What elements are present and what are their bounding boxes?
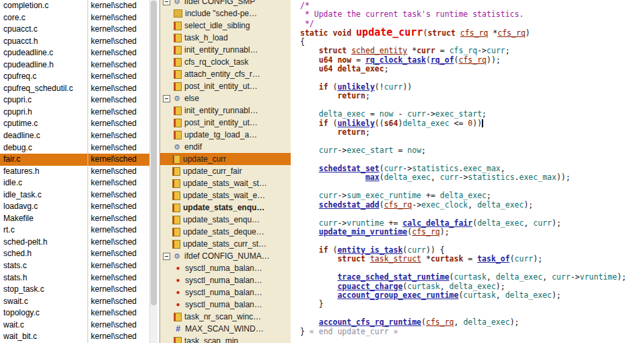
symbol-row[interactable]: ●sysctl_numa_balan…	[160, 274, 291, 286]
symbol-row[interactable]: init_entity_runnabl…	[160, 104, 291, 117]
symbol-row[interactable]: #MAX_SCAN_WIND…	[160, 323, 291, 335]
file-row[interactable]: cputime.ckernel\sched	[0, 118, 149, 130]
symbol-row[interactable]: task_h_load	[160, 32, 291, 44]
symbol-row[interactable]: update_curr	[160, 153, 291, 165]
code-line[interactable]: * Update the current task's runtime stat…	[300, 10, 644, 19]
scrollbar-thumb[interactable]	[151, 1, 157, 305]
code-line[interactable]: cpuacct_charge(curtask, delta_exec);	[300, 282, 644, 291]
symbol-row[interactable]: select_idle_sibling	[160, 20, 291, 32]
collapse-icon[interactable]	[163, 95, 170, 102]
file-row[interactable]: core.ckernel\sched	[0, 12, 149, 24]
symbol-row[interactable]: init_entity_runnabl…	[160, 44, 291, 56]
symbol-row[interactable]: ⚙else	[160, 92, 291, 104]
code-line[interactable]: struct task_struct *curtask = task_of(cu…	[300, 255, 644, 263]
code-line[interactable]: curr->vruntime += calc_delta_fair(delta_…	[300, 219, 644, 228]
code-line[interactable]: max(delta_exec, curr->statistics.exec_ma…	[300, 173, 644, 182]
file-row[interactable]: cpudeadline.ckernel\sched	[0, 47, 149, 59]
code-line[interactable]	[300, 309, 644, 318]
file-row[interactable]: stats.hkernel\sched	[0, 272, 149, 284]
symbol-row[interactable]: update_stats_wait_st…	[160, 177, 291, 189]
code-line[interactable]: }	[300, 300, 644, 309]
code-line[interactable]: curr->exec_start = now;	[300, 146, 644, 155]
code-line[interactable]	[300, 74, 644, 83]
file-row[interactable]: wait.ckernel\sched	[0, 319, 149, 332]
file-row[interactable]: stop_task.ckernel\sched	[0, 284, 149, 296]
file-row[interactable]: cpuacct.ckernel\sched	[0, 24, 149, 36]
file-row[interactable]: cpufreq_schedutil.ckernel\sched	[0, 83, 149, 95]
symbol-row[interactable]: update_tg_load_a…	[160, 129, 291, 141]
file-row[interactable]: loadavg.ckernel\sched	[0, 201, 149, 213]
symbol-row[interactable]: task_nr_scan_winc…	[160, 311, 291, 323]
collapse-icon[interactable]	[163, 0, 170, 5]
code-line[interactable]: {	[300, 38, 644, 46]
file-row[interactable]: topology.ckernel\sched	[0, 307, 149, 319]
file-row[interactable]: Makefilekernel\sched	[0, 213, 149, 225]
symbol-row[interactable]: ●sysctl_numa_balan…	[160, 299, 291, 311]
file-row[interactable]: deadline.ckernel\sched	[0, 130, 149, 142]
code-line[interactable]	[300, 210, 644, 218]
file-row[interactable]: wait_bit.ckernel\sched	[0, 331, 149, 343]
code-line[interactable]: } « end update_curr »	[300, 328, 644, 336]
file-row[interactable]: sched.hkernel\sched	[0, 248, 149, 260]
symbol-row[interactable]: update_stats_enqu…	[160, 214, 291, 226]
code-line[interactable]: struct sched_entity *curr = cfs_rq->curr…	[300, 46, 644, 55]
file-row[interactable]: cpudeadline.hkernel\sched	[0, 59, 149, 71]
symbol-row[interactable]: post_init_entity_ut…	[160, 117, 291, 129]
file-row[interactable]: idle.ckernel\sched	[0, 177, 149, 189]
code-line[interactable]: delta_exec = now - curr->exec_start;	[300, 110, 644, 119]
symbol-row[interactable]: post_init_entity_ut…	[160, 80, 291, 92]
collapse-icon[interactable]	[163, 253, 170, 260]
code-line[interactable]	[300, 183, 644, 191]
code-editor[interactable]: /* * Update the current task's runtime s…	[291, 0, 644, 343]
code-line[interactable]: */	[300, 20, 644, 28]
file-row[interactable]: debug.ckernel\sched	[0, 142, 149, 154]
code-line[interactable]: static void update_curr(struct cfs_rq *c…	[300, 28, 644, 37]
code-line[interactable]	[300, 155, 644, 164]
code-line[interactable]: schedstat_set(curr->statistics.exec_max,	[300, 164, 644, 173]
file-row[interactable]: cpupri.ckernel\sched	[0, 94, 149, 106]
file-list-scrollbar[interactable]	[149, 0, 157, 343]
file-row[interactable]: rt.ckernel\sched	[0, 224, 149, 237]
symbol-row[interactable]: ⚙endif	[160, 141, 291, 153]
file-row[interactable]: idle_task.ckernel\sched	[0, 189, 149, 201]
file-row[interactable]: completion.ckernel\sched	[0, 0, 149, 12]
code-line[interactable]: curr->sum_exec_runtime += delta_exec;	[300, 191, 644, 200]
symbol-row[interactable]: update_curr_fair	[160, 165, 291, 177]
symbol-row[interactable]: attach_entity_cfs_r…	[160, 68, 291, 80]
symbol-row[interactable]: ⚙ifdef CONFIG_NUMA…	[160, 250, 291, 262]
file-row[interactable]: swait.ckernel\sched	[0, 296, 149, 308]
file-row[interactable]: cpupri.hkernel\sched	[0, 106, 149, 119]
code-line[interactable]: account_group_exec_runtime(curtask, delt…	[300, 291, 644, 300]
code-line[interactable]	[300, 237, 644, 245]
code-line[interactable]: u64 now = rq_clock_task(rq_of(cfs_rq));	[300, 56, 644, 65]
code-line[interactable]	[300, 264, 644, 273]
code-line[interactable]: return;	[300, 92, 644, 100]
file-row[interactable]: sched-pelt.hkernel\sched	[0, 237, 149, 249]
symbol-row[interactable]: ●sysctl_numa_balan…	[160, 286, 291, 299]
code-line[interactable]	[300, 101, 644, 110]
file-row[interactable]: cpufreq.ckernel\sched	[0, 71, 149, 83]
symbol-row[interactable]: update_stats_deque…	[160, 226, 291, 238]
file-row[interactable]: fair.ckernel\sched	[0, 154, 149, 166]
code-line[interactable]: schedstat_add(cfs_rq->exec_clock, delta_…	[300, 201, 644, 210]
code-line[interactable]: return;	[300, 128, 644, 137]
symbol-row[interactable]: update_stats_wait_e…	[160, 189, 291, 201]
symbol-row[interactable]: cfs_rq_clock_task	[160, 56, 291, 68]
code-line[interactable]: if (entity_is_task(curr)) {	[300, 246, 644, 255]
code-line[interactable]: if (unlikely(!curr))	[300, 83, 644, 92]
file-row[interactable]: features.hkernel\sched	[0, 166, 149, 178]
symbol-row[interactable]: ●sysctl_numa_balan…	[160, 262, 291, 274]
code-line[interactable]: /*	[300, 1, 644, 10]
symbol-row[interactable]: update_stats_curr_st…	[160, 238, 291, 250]
symbol-row[interactable]: ⚙ifdef CONFIG_SMP	[160, 0, 291, 7]
symbol-row[interactable]: task_scan_min	[160, 335, 291, 343]
symbol-row[interactable]: update_stats_enqu…	[160, 201, 291, 214]
file-row[interactable]: cpuacct.hkernel\sched	[0, 36, 149, 48]
code-line[interactable]: trace_sched_stat_runtime(curtask, delta_…	[300, 273, 644, 282]
file-row[interactable]: stats.ckernel\sched	[0, 260, 149, 272]
code-line[interactable]: update_min_vruntime(cfs_rq);	[300, 228, 644, 237]
code-line[interactable]	[300, 137, 644, 146]
symbol-row[interactable]: include "sched-pe…	[160, 7, 291, 20]
code-line[interactable]: if (unlikely((s64)delta_exec <= 0))	[300, 119, 644, 128]
code-line[interactable]: account_cfs_rq_runtime(cfs_rq, delta_exe…	[300, 318, 644, 327]
